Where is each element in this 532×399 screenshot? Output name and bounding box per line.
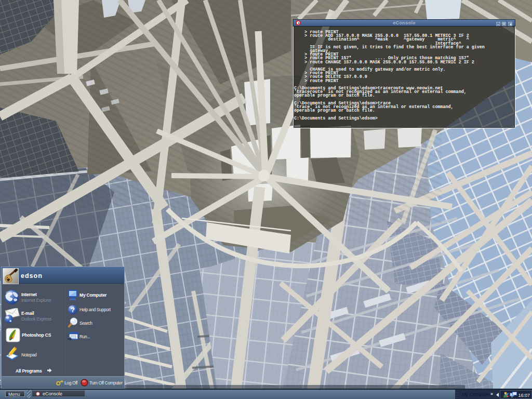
svg-text:?: ? [71,306,75,314]
